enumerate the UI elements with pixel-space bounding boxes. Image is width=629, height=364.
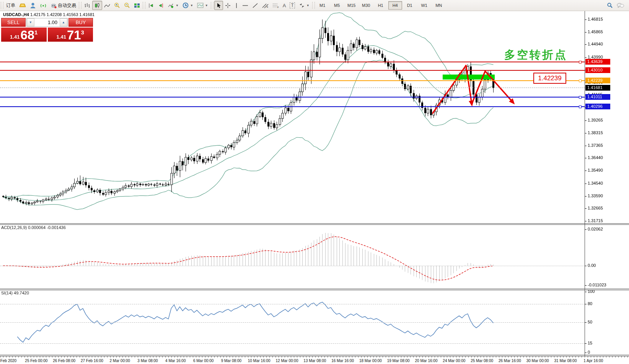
sell-price-pip: 1 <box>34 29 37 36</box>
rsi-scale-label: 50 <box>588 320 592 324</box>
timeframe-button-M5[interactable]: M5 <box>330 1 344 10</box>
price-level-line-1.43010[interactable] <box>0 70 585 71</box>
chat-bubble-icon <box>617 3 624 8</box>
horizontal-line-icon <box>242 3 248 8</box>
time-axis-label: 2 Mar 00:00 <box>110 359 130 363</box>
time-axis-ticks <box>0 356 629 358</box>
timeframe-button-M30[interactable]: M30 <box>359 1 373 10</box>
rsi-scale-label: 0 <box>588 350 590 354</box>
equidistant-channel-button[interactable]: E <box>260 1 271 10</box>
timeframe-button-H1[interactable]: H1 <box>374 1 388 10</box>
timeframe-button-D1[interactable]: D1 <box>403 1 417 10</box>
zoom-out-button[interactable] <box>122 1 132 10</box>
price-level-line-1.41011[interactable] <box>0 97 585 98</box>
timeframe-button-W1[interactable]: W1 <box>417 1 431 10</box>
rsi-scale-label: 80 <box>588 301 592 306</box>
toolbar-grip[interactable] <box>79 2 81 9</box>
macd-scale-label: -0.011023 <box>588 283 606 287</box>
time-axis-label: 19 Mar 08:00 <box>387 359 410 363</box>
templates-button[interactable]: ▼ <box>195 1 210 10</box>
indicators-button[interactable]: ▼ <box>166 1 181 10</box>
buy-price-main: 71 <box>67 29 81 41</box>
search-icon <box>607 2 613 8</box>
main-macd-divider[interactable] <box>0 223 629 224</box>
timeframe-button-M15[interactable]: M15 <box>345 1 358 10</box>
autotrading-button[interactable]: 自动交易 <box>49 1 78 10</box>
time-axis[interactable]: Feb 202025 Feb 00:0026 Feb 08:0027 Feb 1… <box>0 356 629 364</box>
clock-icon <box>183 2 189 8</box>
arrows-button[interactable]: ▼ <box>297 1 311 10</box>
mt4-window: 订单 自动交易 <box>0 0 629 364</box>
toolbar-grip[interactable] <box>312 2 315 9</box>
candlestick-chart-button[interactable] <box>92 1 102 10</box>
sell-button[interactable]: SELL <box>1 18 26 27</box>
volume-increase-button[interactable]: ▲ <box>60 18 67 26</box>
macd-rsi-divider[interactable] <box>0 289 629 289</box>
trendline-button[interactable] <box>250 1 260 10</box>
level-line-handle[interactable] <box>579 106 582 108</box>
volume-decrease-button[interactable]: ▼ <box>27 18 34 26</box>
text-label-icon: T <box>290 2 295 8</box>
timeframe-button-M1[interactable]: M1 <box>316 1 329 10</box>
deposit-icon-button[interactable] <box>17 1 28 10</box>
text-button[interactable]: A <box>281 1 288 10</box>
level-line-handle[interactable] <box>579 96 582 99</box>
search-button[interactable] <box>605 1 615 10</box>
autotrading-robot-icon <box>51 3 57 8</box>
line-chart-button[interactable] <box>102 1 112 10</box>
chat-button[interactable] <box>615 1 626 10</box>
price-level-line-1.42239[interactable] <box>0 80 585 81</box>
time-axis-label: 12 Mar 00:00 <box>276 359 298 363</box>
price-level-badge-1.41681: 1.41681 <box>585 85 610 91</box>
chart-shift-button[interactable] <box>156 1 166 10</box>
chevron-down-icon: ▼ <box>205 4 208 7</box>
price-tick-label: 1.46815 <box>588 17 603 21</box>
community-button[interactable] <box>28 1 38 10</box>
time-axis-label: 18 Mar 00:00 <box>359 359 382 363</box>
fibonacci-button[interactable]: F <box>271 1 281 10</box>
volume-input[interactable]: 1.00 <box>34 18 60 26</box>
symbol-name: USDCAD-,H4 <box>3 12 29 17</box>
price-tick-label: 1.31715 <box>588 218 603 223</box>
tile-windows-button[interactable] <box>132 1 142 10</box>
buy-price-prefix: 1.41 <box>57 34 66 40</box>
periods-button[interactable]: ▼ <box>181 1 195 10</box>
buy-button[interactable]: BUY <box>68 18 93 27</box>
level-line-handle[interactable] <box>579 61 582 63</box>
toolbar-grip[interactable] <box>211 2 213 9</box>
symbol-ohlc: 1.42175 1.42208 1.41563 1.41681 <box>30 12 95 17</box>
macd-scale-label: 0.00 <box>588 263 596 268</box>
buy-price-display[interactable]: 1.41 71 3 <box>48 28 93 42</box>
time-axis-label: 27 Feb 16:00 <box>81 359 103 363</box>
crosshair-button[interactable] <box>223 1 233 10</box>
toolbar-grip[interactable] <box>143 2 145 9</box>
vertical-line-button[interactable] <box>233 1 240 10</box>
timeframe-button-H4[interactable]: H4 <box>388 1 402 10</box>
cursor-button[interactable] <box>214 1 223 10</box>
signal-broadcast-icon <box>40 3 47 8</box>
horizontal-line-button[interactable] <box>240 1 250 10</box>
price-level-line-1.41681[interactable] <box>0 88 585 88</box>
zoom-in-button[interactable] <box>112 1 122 10</box>
text-label-button[interactable]: T <box>288 1 297 10</box>
text-tool-icon: A <box>283 3 286 8</box>
price-tick-label: 1.37365 <box>588 143 603 148</box>
price-tick-label: 1.32665 <box>588 206 603 210</box>
bar-chart-button[interactable] <box>82 1 92 10</box>
signals-button[interactable] <box>38 1 49 10</box>
turning-point-annotation[interactable]: 多空转折点 <box>504 47 567 63</box>
auto-scroll-button[interactable] <box>146 1 156 10</box>
price-scale-border <box>585 11 585 356</box>
sell-price-display[interactable]: 1.41 68 1 <box>1 28 47 42</box>
level-line-handle[interactable] <box>579 80 582 82</box>
new-order-button[interactable]: 订单 <box>4 1 17 10</box>
timeframe-button-MN[interactable]: MN <box>432 1 446 10</box>
price-level-line-1.43639[interactable] <box>0 62 585 62</box>
macd-zero-line <box>0 266 585 266</box>
price-level-line-1.40296[interactable] <box>0 106 585 107</box>
price-callout-box[interactable]: 1.42239 <box>533 73 566 84</box>
rsi-level-line-15 <box>0 343 585 344</box>
toolbar-grip[interactable] <box>1 2 3 9</box>
rsi-indicator-label: SI(14) 49.7420 <box>1 291 29 295</box>
one-click-trading-panel: SELL ▼ 1.00 ▲ BUY 1.41 68 1 1.41 71 3 <box>1 18 93 42</box>
